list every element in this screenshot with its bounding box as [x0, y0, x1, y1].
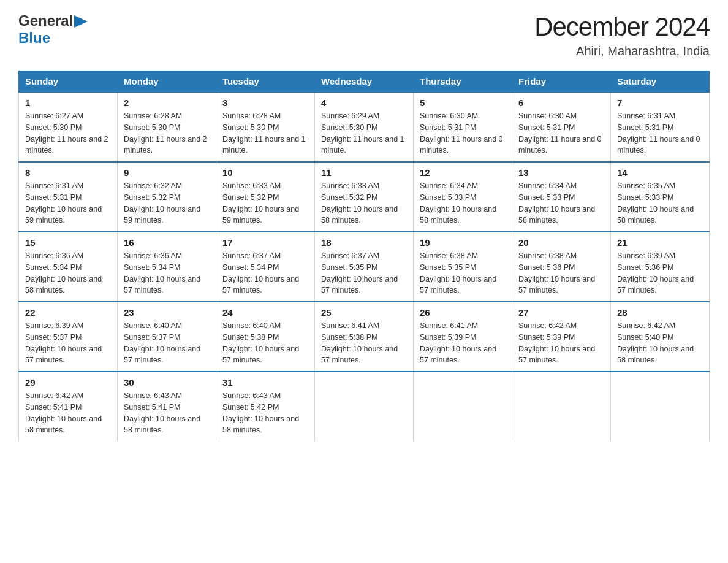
calendar-cell: 10 Sunrise: 6:33 AM Sunset: 5:32 PM Dayl… — [216, 162, 315, 232]
calendar-cell: 3 Sunrise: 6:28 AM Sunset: 5:30 PM Dayli… — [216, 92, 315, 162]
calendar-cell: 22 Sunrise: 6:39 AM Sunset: 5:37 PM Dayl… — [19, 302, 118, 372]
day-info: Sunrise: 6:34 AM Sunset: 5:33 PM Dayligh… — [420, 180, 506, 226]
calendar-cell: 24 Sunrise: 6:40 AM Sunset: 5:38 PM Dayl… — [216, 302, 315, 372]
calendar-cell: 25 Sunrise: 6:41 AM Sunset: 5:38 PM Dayl… — [315, 302, 414, 372]
day-info: Sunrise: 6:41 AM Sunset: 5:39 PM Dayligh… — [420, 320, 506, 366]
calendar-cell: 27 Sunrise: 6:42 AM Sunset: 5:39 PM Dayl… — [512, 302, 611, 372]
day-number: 9 — [124, 167, 210, 178]
day-number: 8 — [25, 167, 111, 178]
day-info: Sunrise: 6:31 AM Sunset: 5:31 PM Dayligh… — [25, 180, 111, 226]
day-number: 17 — [222, 237, 308, 248]
day-number: 1 — [25, 98, 111, 108]
calendar-cell: 9 Sunrise: 6:32 AM Sunset: 5:32 PM Dayli… — [118, 162, 216, 232]
day-number: 2 — [124, 98, 210, 108]
day-number: 18 — [321, 237, 407, 248]
day-number: 27 — [518, 307, 604, 318]
day-number: 30 — [124, 377, 210, 388]
day-number: 16 — [124, 237, 210, 248]
day-info: Sunrise: 6:42 AM Sunset: 5:39 PM Dayligh… — [518, 320, 604, 366]
day-info: Sunrise: 6:31 AM Sunset: 5:31 PM Dayligh… — [617, 110, 703, 156]
logo: General Blue — [18, 12, 88, 47]
calendar-cell: 8 Sunrise: 6:31 AM Sunset: 5:31 PM Dayli… — [19, 162, 118, 232]
calendar-cell: 15 Sunrise: 6:36 AM Sunset: 5:34 PM Dayl… — [19, 232, 118, 302]
day-number: 7 — [617, 98, 703, 108]
calendar-cell: 23 Sunrise: 6:40 AM Sunset: 5:37 PM Dayl… — [118, 302, 216, 372]
day-info: Sunrise: 6:29 AM Sunset: 5:30 PM Dayligh… — [321, 110, 407, 156]
calendar-cell: 16 Sunrise: 6:36 AM Sunset: 5:34 PM Dayl… — [118, 232, 216, 302]
calendar-cell: 4 Sunrise: 6:29 AM Sunset: 5:30 PM Dayli… — [315, 92, 414, 162]
calendar-cell: 14 Sunrise: 6:35 AM Sunset: 5:33 PM Dayl… — [611, 162, 710, 232]
day-info: Sunrise: 6:41 AM Sunset: 5:38 PM Dayligh… — [321, 320, 407, 366]
header-friday: Friday — [512, 71, 611, 93]
day-number: 13 — [518, 167, 604, 178]
logo-triangle-icon — [74, 15, 88, 28]
day-info: Sunrise: 6:33 AM Sunset: 5:32 PM Dayligh… — [222, 180, 308, 226]
header-saturday: Saturday — [611, 71, 710, 93]
day-info: Sunrise: 6:38 AM Sunset: 5:35 PM Dayligh… — [420, 250, 506, 296]
day-number: 10 — [222, 167, 308, 178]
calendar-week-row: 1 Sunrise: 6:27 AM Sunset: 5:30 PM Dayli… — [19, 92, 710, 162]
calendar-cell: 21 Sunrise: 6:39 AM Sunset: 5:36 PM Dayl… — [611, 232, 710, 302]
calendar-cell: 2 Sunrise: 6:28 AM Sunset: 5:30 PM Dayli… — [118, 92, 216, 162]
day-info: Sunrise: 6:42 AM Sunset: 5:41 PM Dayligh… — [25, 390, 111, 436]
calendar-cell: 29 Sunrise: 6:42 AM Sunset: 5:41 PM Dayl… — [19, 372, 118, 441]
day-number: 15 — [25, 237, 111, 248]
day-info: Sunrise: 6:39 AM Sunset: 5:36 PM Dayligh… — [617, 250, 703, 296]
day-number: 14 — [617, 167, 703, 178]
calendar-week-row: 29 Sunrise: 6:42 AM Sunset: 5:41 PM Dayl… — [19, 372, 710, 441]
day-info: Sunrise: 6:34 AM Sunset: 5:33 PM Dayligh… — [518, 180, 604, 226]
calendar-cell: 31 Sunrise: 6:43 AM Sunset: 5:42 PM Dayl… — [216, 372, 315, 441]
header-monday: Monday — [118, 71, 216, 93]
day-number: 6 — [518, 98, 604, 108]
calendar-cell: 30 Sunrise: 6:43 AM Sunset: 5:41 PM Dayl… — [118, 372, 216, 441]
calendar-week-row: 22 Sunrise: 6:39 AM Sunset: 5:37 PM Dayl… — [19, 302, 710, 372]
day-number: 22 — [25, 307, 111, 318]
day-info: Sunrise: 6:30 AM Sunset: 5:31 PM Dayligh… — [420, 110, 506, 156]
day-info: Sunrise: 6:37 AM Sunset: 5:34 PM Dayligh… — [222, 250, 308, 296]
calendar-cell: 11 Sunrise: 6:33 AM Sunset: 5:32 PM Dayl… — [315, 162, 414, 232]
day-number: 19 — [420, 237, 506, 248]
day-number: 25 — [321, 307, 407, 318]
day-number: 29 — [25, 377, 111, 388]
calendar-cell: 6 Sunrise: 6:30 AM Sunset: 5:31 PM Dayli… — [512, 92, 611, 162]
calendar-cell: 17 Sunrise: 6:37 AM Sunset: 5:34 PM Dayl… — [216, 232, 315, 302]
calendar-cell: 7 Sunrise: 6:31 AM Sunset: 5:31 PM Dayli… — [611, 92, 710, 162]
calendar-cell: 12 Sunrise: 6:34 AM Sunset: 5:33 PM Dayl… — [414, 162, 512, 232]
day-info: Sunrise: 6:40 AM Sunset: 5:37 PM Dayligh… — [124, 320, 210, 366]
day-number: 28 — [617, 307, 703, 318]
calendar-cell — [315, 372, 414, 441]
header-wednesday: Wednesday — [315, 71, 414, 93]
header-tuesday: Tuesday — [216, 71, 315, 93]
day-info: Sunrise: 6:28 AM Sunset: 5:30 PM Dayligh… — [222, 110, 308, 156]
day-info: Sunrise: 6:35 AM Sunset: 5:33 PM Dayligh… — [617, 180, 703, 226]
calendar-cell: 19 Sunrise: 6:38 AM Sunset: 5:35 PM Dayl… — [414, 232, 512, 302]
day-number: 3 — [222, 98, 308, 108]
day-info: Sunrise: 6:32 AM Sunset: 5:32 PM Dayligh… — [124, 180, 210, 226]
calendar-title-area: December 2024 Ahiri, Maharashtra, India — [534, 12, 710, 58]
calendar-cell: 26 Sunrise: 6:41 AM Sunset: 5:39 PM Dayl… — [414, 302, 512, 372]
day-info: Sunrise: 6:27 AM Sunset: 5:30 PM Dayligh… — [25, 110, 111, 156]
calendar-cell: 1 Sunrise: 6:27 AM Sunset: 5:30 PM Dayli… — [19, 92, 118, 162]
calendar-cell: 13 Sunrise: 6:34 AM Sunset: 5:33 PM Dayl… — [512, 162, 611, 232]
day-info: Sunrise: 6:28 AM Sunset: 5:30 PM Dayligh… — [124, 110, 210, 156]
header-thursday: Thursday — [414, 71, 512, 93]
day-number: 4 — [321, 98, 407, 108]
logo-blue-text: Blue — [18, 29, 50, 46]
day-info: Sunrise: 6:40 AM Sunset: 5:38 PM Dayligh… — [222, 320, 308, 366]
calendar-cell — [414, 372, 512, 441]
calendar-table: Sunday Monday Tuesday Wednesday Thursday… — [18, 71, 710, 441]
calendar-week-row: 8 Sunrise: 6:31 AM Sunset: 5:31 PM Dayli… — [19, 162, 710, 232]
calendar-week-row: 15 Sunrise: 6:36 AM Sunset: 5:34 PM Dayl… — [19, 232, 710, 302]
day-number: 31 — [222, 377, 308, 388]
svg-marker-0 — [74, 15, 88, 28]
day-info: Sunrise: 6:42 AM Sunset: 5:40 PM Dayligh… — [617, 320, 703, 366]
weekday-header-row: Sunday Monday Tuesday Wednesday Thursday… — [19, 71, 710, 93]
day-info: Sunrise: 6:38 AM Sunset: 5:36 PM Dayligh… — [518, 250, 604, 296]
day-number: 24 — [222, 307, 308, 318]
calendar-cell — [611, 372, 710, 441]
calendar-cell: 5 Sunrise: 6:30 AM Sunset: 5:31 PM Dayli… — [414, 92, 512, 162]
day-info: Sunrise: 6:33 AM Sunset: 5:32 PM Dayligh… — [321, 180, 407, 226]
day-info: Sunrise: 6:36 AM Sunset: 5:34 PM Dayligh… — [124, 250, 210, 296]
day-number: 26 — [420, 307, 506, 318]
header-sunday: Sunday — [19, 71, 118, 93]
